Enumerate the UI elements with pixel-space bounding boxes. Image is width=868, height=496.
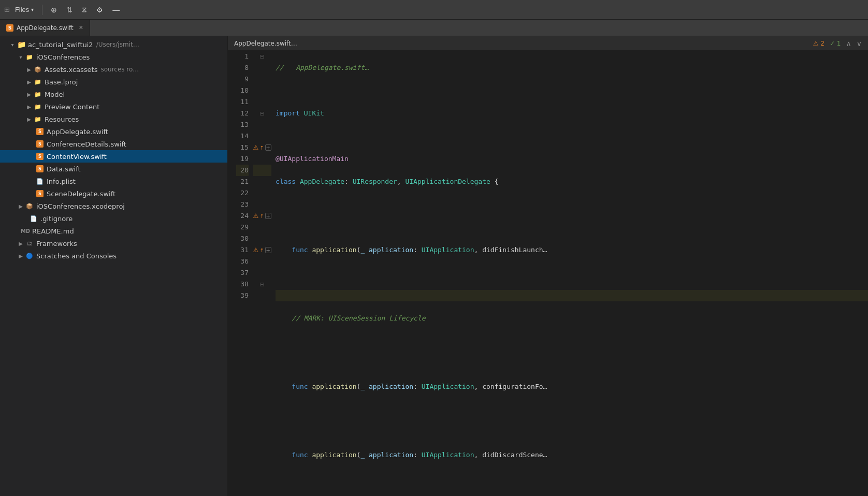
sidebar-item-assets[interactable]: ▶ 📦 Assets.xcassets sources ro…	[0, 63, 227, 76]
base-folder-icon: 📁	[33, 78, 42, 86]
dropdown-arrow-icon: ▾	[31, 7, 34, 12]
expand-24-icon[interactable]: +	[265, 213, 271, 219]
gitignore-label: .gitignore	[40, 215, 73, 223]
nav-down-icon[interactable]: ∨	[857, 39, 862, 48]
sidebar-item-infoplist[interactable]: 📄 Info.plist	[0, 175, 227, 187]
toolbar: ⊞ Files ▾ ⊕ ⇅ ⧖ ⚙ —	[0, 0, 868, 20]
warning-count: ⚠ 2	[813, 40, 824, 47]
editor-content[interactable]: 1 8 9 10 11 12 13 14 15 19 20 21 22 23 2…	[228, 51, 868, 496]
assets-label: Assets.xcassets	[45, 66, 97, 74]
code-line-12: class AppDelegate: UIResponder, UIApplic…	[276, 176, 868, 187]
gutter-empty-23	[253, 199, 271, 210]
fold-12-icon: ⊟	[259, 110, 264, 117]
nav-up-icon[interactable]: ∧	[846, 39, 851, 48]
root-folder-icon: 📁	[17, 40, 26, 49]
sidebar: ▾ 📁 ac_tutorial_swiftui2 /Users/jsmit… ▾…	[0, 36, 228, 496]
gutter-empty-8	[253, 62, 271, 74]
sidebar-item-model[interactable]: ▶ 📁 Model	[0, 88, 227, 100]
sidebar-item-contentview[interactable]: S ContentView.swift	[0, 150, 227, 163]
ok-count: ✓ 1	[830, 40, 841, 47]
files-dropdown[interactable]: Files ▾	[12, 4, 37, 16]
tab-bar: S AppDelegate.swift ✕	[0, 20, 868, 36]
sidebar-item-iosconferences[interactable]: ▾ 📁 iOSConferences	[0, 51, 227, 63]
move-button[interactable]: ⇅	[63, 4, 76, 16]
gutter-empty-19	[253, 153, 271, 165]
code-line-22	[276, 335, 868, 347]
root-arrow-icon: ▾	[8, 42, 17, 48]
preview-folder-icon: 📁	[33, 103, 42, 111]
assets-hint: sources ro…	[100, 66, 139, 73]
sidebar-item-readme[interactable]: MD README.md	[0, 225, 227, 237]
gutter-fold-38[interactable]: ⊟	[253, 279, 271, 290]
base-arrow: ▶	[25, 79, 33, 85]
add-button[interactable]: ⊕	[48, 4, 60, 16]
code-line-24: func application(_ application: UIApplic…	[276, 381, 868, 392]
code-line-29	[276, 404, 868, 415]
assets-arrow: ▶	[25, 67, 33, 72]
editor-breadcrumb-bar: AppDelegate.swift… ⚠ 2 ✓ 1 ∧ ∨	[228, 36, 868, 51]
readme-icon: MD	[21, 227, 30, 235]
gutter-fold-1[interactable]: ⊟	[253, 51, 271, 62]
filter-button[interactable]: ⧖	[79, 3, 90, 16]
gutter-empty-21	[253, 176, 271, 187]
breadcrumb-file: AppDelegate.swift…	[234, 40, 297, 47]
collapse-button[interactable]: —	[109, 4, 123, 16]
sidebar-item-scenedelegate[interactable]: S SceneDelegate.swift	[0, 187, 227, 200]
code-line-36	[276, 472, 868, 484]
code-text[interactable]: // AppDelegate.swift… import UIKit @UIAp…	[271, 51, 868, 496]
gutter-empty-11	[253, 96, 271, 108]
infoplist-icon: 📄	[35, 177, 45, 185]
move-icon: ⇅	[66, 6, 73, 14]
arrow-15-icon: ↑	[259, 145, 264, 151]
code-line-1: // AppDelegate.swift…	[276, 62, 868, 74]
settings-button[interactable]: ⚙	[93, 4, 106, 16]
gutter-empty-39	[253, 290, 271, 301]
code-line-21: // MARK: UISceneSession Lifecycle	[276, 313, 868, 324]
sidebar-item-scratches[interactable]: ▶ 🔵 Scratches and Consoles	[0, 250, 227, 262]
sidebar-item-conferencedetails[interactable]: S ConferenceDetails.swift	[0, 138, 227, 150]
sidebar-item-appdelegate[interactable]: S AppDelegate.swift	[0, 125, 227, 138]
sidebar-item-preview-content[interactable]: ▶ 📁 Preview Content	[0, 100, 227, 113]
sidebar-item-frameworks[interactable]: ▶ 🗂 Frameworks	[0, 237, 227, 250]
arrow-24-icon: ↑	[259, 213, 264, 219]
warning-24-icon: ⚠	[253, 212, 258, 220]
line-numbers: 1 8 9 10 11 12 13 14 15 19 20 21 22 23 2…	[228, 51, 253, 496]
data-swift-icon: S	[35, 165, 45, 173]
editor-warnings: ⚠ 2 ✓ 1 ∧ ∨	[813, 39, 862, 48]
main-area: ▾ 📁 ac_tutorial_swiftui2 /Users/jsmit… ▾…	[0, 36, 868, 496]
editor: AppDelegate.swift… ⚠ 2 ✓ 1 ∧ ∨ 1 8 9	[228, 36, 868, 496]
gutter-fold-12[interactable]: ⊟	[253, 108, 271, 119]
base-label: Base.lproj	[45, 78, 78, 86]
tab-close-button[interactable]: ✕	[79, 24, 83, 31]
iosconferences-label: iOSConferences	[36, 53, 90, 61]
gutter-empty-29	[253, 222, 271, 233]
sidebar-item-resources[interactable]: ▶ 📁 Resources	[0, 113, 227, 125]
preview-arrow: ▶	[25, 104, 33, 110]
warning-31-icon: ⚠	[253, 246, 258, 254]
sidebar-root-item[interactable]: ▾ 📁 ac_tutorial_swiftui2 /Users/jsmit…	[0, 38, 227, 51]
code-line-31: func application(_ application: UIApplic…	[276, 449, 868, 461]
sidebar-item-gitignore[interactable]: 📄 .gitignore	[0, 212, 227, 225]
scratches-arrow: ▶	[17, 253, 25, 259]
code-line-8	[276, 85, 868, 96]
sidebar-item-base-lproj[interactable]: ▶ 📁 Base.lproj	[0, 76, 227, 88]
xcodeproj-arrow: ▶	[17, 203, 25, 209]
gutter-warning-15: ⚠ ↑ +	[253, 142, 271, 153]
collapse-icon: —	[112, 6, 120, 14]
conferencedetails-swift-icon: S	[35, 140, 45, 148]
editor-gutter: ⊟ ⊟	[253, 51, 271, 496]
code-line-20	[276, 290, 868, 301]
expand-31-icon[interactable]: +	[265, 247, 271, 253]
iosconferences-arrow: ▾	[17, 54, 25, 60]
conferencedetails-label: ConferenceDetails.swift	[47, 140, 126, 148]
gutter-empty-22	[253, 187, 271, 199]
arrow-31-icon: ↑	[259, 247, 264, 253]
tab-appdelegate[interactable]: S AppDelegate.swift ✕	[0, 20, 90, 36]
appdelegate-label: AppDelegate.swift	[47, 128, 108, 136]
filter-icon: ⧖	[82, 5, 87, 14]
tab-filename: AppDelegate.swift	[17, 24, 74, 32]
frameworks-arrow: ▶	[17, 241, 25, 246]
expand-15-icon[interactable]: +	[265, 144, 271, 151]
sidebar-item-data[interactable]: S Data.swift	[0, 163, 227, 175]
sidebar-item-xcodeproj[interactable]: ▶ 📦 iOSConferences.xcodeproj	[0, 200, 227, 212]
